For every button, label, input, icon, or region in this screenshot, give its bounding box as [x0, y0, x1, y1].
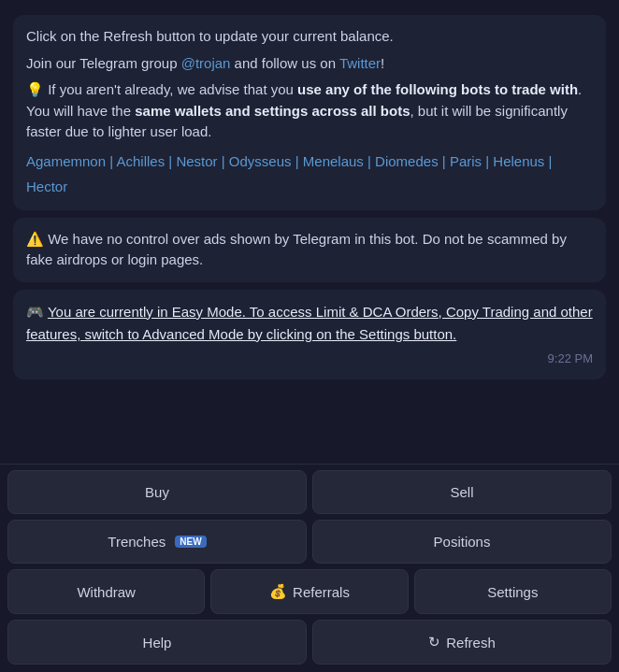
bot-paris[interactable]: Paris — [450, 153, 482, 169]
bulb-emoji: 💡 — [26, 81, 44, 97]
help-refresh-row: Help ↻ Refresh — [7, 620, 612, 665]
buy-sell-row: Buy Sell — [7, 470, 612, 514]
settings-button[interactable]: Settings — [414, 569, 612, 614]
timestamp: 9:22 PM — [26, 350, 593, 369]
bot-odysseus[interactable]: Odysseus — [229, 153, 292, 169]
telegram-link[interactable]: @trojan — [181, 55, 231, 71]
referrals-emoji: 💰 — [269, 583, 287, 600]
bot-hector[interactable]: Hector — [26, 179, 67, 194]
withdraw-referrals-settings-row: Withdraw 💰 Referrals Settings — [7, 569, 612, 614]
bot-nestor[interactable]: Nestor — [176, 153, 217, 169]
refresh-button[interactable]: ↻ Refresh — [312, 620, 612, 665]
easy-mode-message: 🎮 You are currently in Easy Mode. To acc… — [13, 290, 606, 380]
referrals-label: Referrals — [293, 584, 350, 600]
message-area: Click on the Refresh button to update yo… — [0, 0, 619, 464]
positions-button[interactable]: Positions — [312, 520, 612, 564]
twitter-link[interactable]: Twitter — [339, 55, 381, 71]
refresh-label: Refresh — [446, 635, 496, 651]
advice-plain: If you aren't already, we advise that yo… — [48, 81, 297, 97]
bot-helenus[interactable]: Helenus — [493, 153, 544, 169]
withdraw-button[interactable]: Withdraw — [7, 569, 205, 614]
bot-links: Agamemnon | Achilles | Nestor | Odysseus… — [26, 149, 593, 199]
telegram-prefix: Join our Telegram group — [26, 55, 181, 71]
warning-emoji: ⚠️ — [26, 231, 44, 247]
refresh-icon: ↻ — [428, 634, 440, 651]
sell-button[interactable]: Sell — [312, 470, 612, 514]
trenches-button[interactable]: Trenches NEW — [7, 520, 307, 564]
bot-diomedes[interactable]: Diomedes — [375, 153, 439, 169]
bot-achilles[interactable]: Achilles — [116, 153, 165, 169]
easy-mode-link[interactable]: You are currently in Easy Mode. To acces… — [26, 304, 593, 342]
chat-container: Click on the Refresh button to update yo… — [0, 0, 619, 672]
buy-button[interactable]: Buy — [7, 470, 307, 514]
advice-bold1: use any of the following bots to trade w… — [297, 81, 578, 97]
warning-text: We have no control over ads shown by Tel… — [26, 231, 567, 268]
bot-agamemnon[interactable]: Agamemnon — [26, 153, 106, 169]
easy-mode-emoji: 🎮 — [26, 304, 44, 320]
buttons-area: Buy Sell Trenches NEW Positions Withdraw… — [0, 464, 619, 672]
twitter-prefix: and follow us on — [230, 55, 338, 71]
trenches-new-badge: NEW — [175, 536, 206, 548]
trenches-positions-row: Trenches NEW Positions — [7, 520, 612, 564]
warning-message: ⚠️ We have no control over ads shown by … — [13, 218, 606, 282]
help-button[interactable]: Help — [7, 620, 307, 665]
refresh-text: Click on the Refresh button to update yo… — [26, 28, 394, 44]
refresh-message: Click on the Refresh button to update yo… — [13, 15, 606, 210]
referrals-button[interactable]: 💰 Referrals — [210, 569, 408, 614]
twitter-suffix: ! — [381, 55, 384, 71]
advice-bold2: same wallets and settings across all bot… — [135, 103, 410, 119]
bot-menelaus[interactable]: Menelaus — [303, 153, 364, 169]
